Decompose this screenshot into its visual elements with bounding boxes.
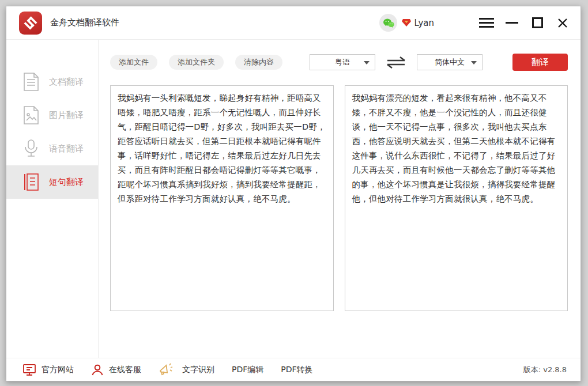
translate-button[interactable]: 翻译 bbox=[512, 54, 568, 71]
target-language-select[interactable]: 简体中文 bbox=[417, 54, 483, 70]
wechat-avatar[interactable] bbox=[379, 14, 397, 32]
swap-arrows-icon bbox=[385, 55, 408, 70]
phrase-icon bbox=[22, 172, 40, 192]
maximize-button[interactable] bbox=[529, 14, 546, 32]
page-title: 金舟文档翻译软件 bbox=[50, 17, 119, 28]
text-panels: 我妈妈有一头利索嘅短发，睇起身好有精神，距唔高又唔矮，唔肥又唔瘦，距系一个无记性… bbox=[110, 85, 568, 311]
online-support-link[interactable]: 在线客服 bbox=[91, 364, 141, 376]
sidebar-item-document-translate[interactable]: 文档翻译 bbox=[6, 65, 98, 99]
sidebar-item-image-translate[interactable]: 图片翻译 bbox=[6, 99, 98, 132]
window-controls bbox=[470, 14, 571, 32]
close-button[interactable] bbox=[554, 14, 571, 32]
document-icon bbox=[22, 72, 40, 92]
titlebar-right: Lyan bbox=[379, 14, 571, 32]
megaphone-icon bbox=[159, 363, 174, 377]
source-language-select[interactable]: 粤语 bbox=[310, 54, 375, 70]
sidebar-item-label: 短句翻译 bbox=[49, 177, 84, 188]
title-bar: 金舟文档翻译软件 Lyan bbox=[6, 6, 581, 40]
footer-link-label: PDF编辑 bbox=[232, 365, 263, 375]
sidebar: 文档翻译 图片翻译 bbox=[6, 40, 99, 359]
wechat-icon bbox=[382, 16, 395, 30]
hamburger-icon bbox=[479, 16, 494, 30]
translated-text-area[interactable]: 我妈妈有漂亮的短发，看起来很有精神，他不高又不矮，不胖又不瘦，他是一个没记性的人… bbox=[345, 85, 568, 311]
pdf-edit-link[interactable]: PDF编辑 bbox=[232, 365, 263, 375]
logo-s-glyph bbox=[23, 16, 38, 31]
sidebar-item-voice-translate[interactable]: 语音翻译 bbox=[6, 132, 98, 165]
image-icon bbox=[22, 105, 40, 125]
maximize-icon bbox=[532, 17, 543, 28]
username-label[interactable]: Lyan bbox=[414, 18, 434, 28]
minimize-icon bbox=[506, 22, 518, 24]
toolbar: 添加文件 添加文件夹 清除内容 粤语 简体中文 bbox=[110, 54, 568, 71]
minimize-button[interactable] bbox=[503, 14, 521, 32]
menu-button[interactable] bbox=[478, 14, 495, 32]
body-row: 文档翻译 图片翻译 bbox=[6, 40, 581, 359]
text-recognition-link[interactable]: 文字识别 bbox=[159, 363, 214, 377]
vip-badge-icon bbox=[402, 18, 411, 27]
chevron-down-icon bbox=[471, 61, 477, 65]
main-area: 添加文件 添加文件夹 清除内容 粤语 简体中文 bbox=[99, 40, 581, 359]
microphone-icon bbox=[22, 139, 40, 158]
monitor-icon bbox=[22, 364, 36, 376]
add-folder-button[interactable]: 添加文件夹 bbox=[169, 55, 224, 70]
pdf-convert-link[interactable]: PDF转换 bbox=[281, 365, 312, 375]
swap-languages-button[interactable] bbox=[385, 55, 408, 70]
footer-link-label: 官方网站 bbox=[42, 365, 74, 375]
sidebar-item-phrase-translate[interactable]: 短句翻译 bbox=[6, 165, 98, 199]
sidebar-item-label: 语音翻译 bbox=[49, 143, 84, 154]
version-label: 版本: v2.8.8 bbox=[523, 365, 567, 375]
footer-bar: 官方网站 在线客服 文字识别 PDF编辑 bbox=[6, 358, 581, 381]
footer-link-label: 文字识别 bbox=[182, 365, 214, 375]
app-logo-icon bbox=[19, 12, 42, 35]
footer-link-label: PDF转换 bbox=[281, 365, 312, 375]
source-language-value: 粤语 bbox=[335, 57, 350, 67]
official-website-link[interactable]: 官方网站 bbox=[22, 364, 74, 376]
source-text-area[interactable]: 我妈妈有一头利索嘅短发，睇起身好有精神，距唔高又唔矮，唔肥又唔瘦，距系一个无记性… bbox=[110, 85, 334, 311]
add-file-button[interactable]: 添加文件 bbox=[110, 55, 157, 70]
target-language-value: 简体中文 bbox=[435, 57, 465, 67]
sidebar-item-label: 图片翻译 bbox=[49, 110, 84, 121]
chevron-down-icon bbox=[364, 61, 370, 65]
language-zone: 粤语 简体中文 翻译 bbox=[310, 54, 568, 71]
close-icon bbox=[556, 17, 569, 29]
clear-content-button[interactable]: 清除内容 bbox=[235, 55, 282, 70]
app-window: 金舟文档翻译软件 Lyan bbox=[6, 6, 581, 381]
sidebar-item-label: 文档翻译 bbox=[49, 77, 84, 88]
person-icon bbox=[91, 364, 104, 376]
footer-link-label: 在线客服 bbox=[109, 365, 141, 375]
